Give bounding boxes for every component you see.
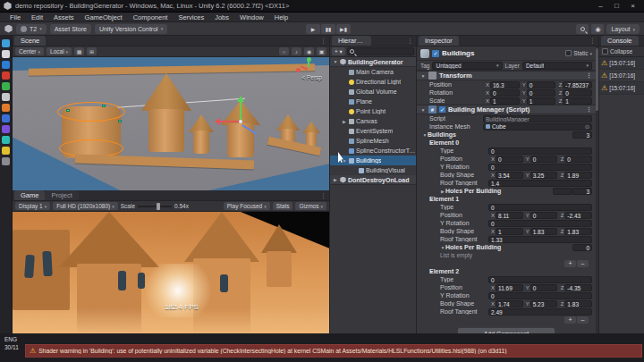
search-button[interactable] [576, 24, 589, 34]
spline-knot[interactable] [102, 105, 106, 107]
display-dropdown[interactable]: Display 1▾ [15, 202, 50, 210]
hierarchy-item[interactable]: EventSystem [330, 126, 416, 136]
y-field[interactable]: 1 [527, 97, 556, 105]
small-tower[interactable] [193, 130, 209, 154]
x-field[interactable]: 1 [496, 228, 523, 235]
layer-dropdown[interactable]: Default▾ [522, 62, 592, 70]
roof-tangent-field[interactable]: 1.33 [488, 236, 592, 243]
x-field[interactable]: 1 [490, 97, 520, 105]
tab-inspector[interactable]: Inspector [419, 36, 459, 46]
tab-console[interactable]: Console [601, 36, 639, 46]
instance-mesh-field[interactable]: Cube ⊙ [483, 123, 592, 130]
x-field[interactable]: 1.74 [496, 300, 523, 307]
spline-knot[interactable] [118, 120, 122, 122]
asset-store-button[interactable]: Asset Store [50, 24, 91, 34]
x-field[interactable]: 0 [496, 156, 523, 163]
close-button[interactable]: × [625, 1, 640, 12]
resolution-dropdown[interactable]: Full HD (1920x1080)▾ [53, 202, 118, 210]
dontdestroyonload-header[interactable]: ▶ DontDestroyOnLoad [330, 175, 416, 185]
hierarchy-item[interactable]: Directional Light [330, 77, 416, 87]
menu-item[interactable]: Jobs [210, 13, 233, 22]
version-control-button[interactable]: Unity Version Control ▾ [95, 24, 167, 34]
z-field[interactable]: 0 [564, 156, 592, 163]
view-orientation-gizmo[interactable]: < Persp [283, 59, 324, 82]
y-field[interactable]: 0 [527, 89, 556, 97]
z-field[interactable]: -4.35 [564, 284, 592, 291]
tag-dropdown[interactable]: Untagged▾ [432, 62, 502, 70]
tab-hierarchy[interactable]: Hierarchy [332, 36, 371, 46]
dock-icon[interactable] [2, 50, 10, 58]
orientation-toggle[interactable]: Local▾ [47, 47, 72, 55]
x-field[interactable]: 0 [490, 89, 520, 97]
x-field[interactable]: 16.3 [490, 81, 520, 88]
z-field[interactable]: 1.83 [564, 300, 592, 307]
layers-button[interactable]: ◉ [591, 24, 604, 34]
hierarchy-search-input[interactable] [347, 47, 414, 55]
gizmos-dropdown[interactable]: Gizmos▾ [295, 202, 326, 210]
add-component-button[interactable]: Add Component [457, 327, 555, 333]
menu-item[interactable]: Component [129, 13, 173, 22]
game-panel-menu-icon[interactable]: ⋮ [320, 192, 326, 199]
z-field[interactable]: -7.85237 [563, 81, 592, 88]
unity-hub-icon[interactable] [4, 25, 13, 33]
tab-project[interactable]: Project [45, 190, 78, 200]
layout-dropdown[interactable]: Layout ▾ [606, 24, 640, 34]
type-field[interactable]: 0 [488, 276, 592, 283]
holes-foldout[interactable]: ▼ Holes Per Building 0 [417, 243, 596, 251]
x-field[interactable]: 11.69 [496, 284, 523, 291]
scale-slider[interactable] [138, 206, 172, 207]
tall-tower[interactable] [148, 109, 184, 152]
console-entry[interactable]: ⚠ [15:07:16] [599, 57, 644, 70]
inspector-panel-menu-icon[interactable]: ⋮ [589, 38, 596, 45]
pause-button[interactable]: ▮▮ [321, 24, 335, 34]
hierarchy-item[interactable]: Main Camera [330, 67, 416, 77]
y-rotation-field[interactable]: 0 [488, 164, 592, 171]
console-entry[interactable]: ⚠ [15:07:16] [599, 82, 644, 95]
dock-icon[interactable] [2, 136, 10, 144]
building-manager-header[interactable]: ▼ # ✓ Building Manager (Script) ⋮ [417, 105, 596, 114]
buildings-list-foldout[interactable]: ▼ Buildings 3 [417, 130, 596, 139]
hierarchy-item[interactable]: SplineMesh [330, 136, 416, 146]
dock-icon[interactable] [2, 93, 10, 101]
hierarchy-item[interactable]: ▶ Canvas [330, 116, 416, 126]
holes-size-field[interactable]: 3 [572, 188, 592, 195]
scene-header[interactable]: ▼ BuildingGenerator [330, 57, 416, 67]
element-2-foldout[interactable]: ▼ Element 2 [417, 267, 596, 275]
gameobject-name[interactable]: Buildings [442, 49, 474, 57]
step-button[interactable]: ▶▮ [336, 24, 351, 34]
menu-item[interactable]: GameObject [80, 13, 127, 22]
z-field[interactable]: 1.83 [564, 228, 592, 235]
dock-icon[interactable] [2, 72, 10, 80]
type-field[interactable]: 0 [488, 147, 592, 155]
dock-icon[interactable] [2, 104, 10, 112]
dock-icon[interactable] [2, 39, 10, 47]
transform-component-header[interactable]: ▼ Transform ⋮ [417, 71, 596, 80]
z-field[interactable]: 0 [563, 89, 592, 97]
y-field[interactable]: 5.23 [530, 300, 558, 307]
camera-preview-icon[interactable]: ▣ [317, 47, 326, 55]
holes-size-field[interactable] [553, 188, 572, 195]
maximize-button[interactable]: □ [609, 1, 624, 12]
tab-game[interactable]: Game [14, 190, 45, 200]
component-menu-icon[interactable]: ⋮ [586, 106, 592, 114]
z-field[interactable]: 1.89 [564, 172, 592, 179]
x-field[interactable]: 8.11 [496, 212, 523, 219]
element-1-foldout[interactable]: ▼ Element 1 [417, 195, 596, 203]
type-field[interactable]: 0 [488, 204, 592, 211]
dock-icon[interactable] [2, 125, 10, 133]
tab-scene[interactable]: Scene [14, 36, 46, 46]
y-rotation-field[interactable]: 0 [488, 220, 592, 227]
menu-item[interactable]: File [5, 13, 25, 22]
menu-item[interactable]: Edit [27, 13, 47, 22]
perspective-label[interactable]: < Persp [301, 74, 322, 80]
element-0-foldout[interactable]: ▼ Element 0 [417, 139, 596, 147]
effects-icon[interactable]: ◉ [304, 47, 314, 55]
roof-tangent-field[interactable]: 1.4 [488, 180, 592, 187]
pivot-toggle[interactable]: Center▾ [15, 47, 44, 55]
static-checkbox[interactable] [565, 50, 572, 56]
menu-item[interactable]: Assets [49, 13, 79, 22]
z-field[interactable]: 1 [563, 97, 592, 105]
y-rotation-field[interactable]: 0 [488, 292, 592, 299]
menu-item[interactable]: Window [235, 13, 268, 22]
hierarchy-item[interactable]: Plane [330, 97, 416, 106]
